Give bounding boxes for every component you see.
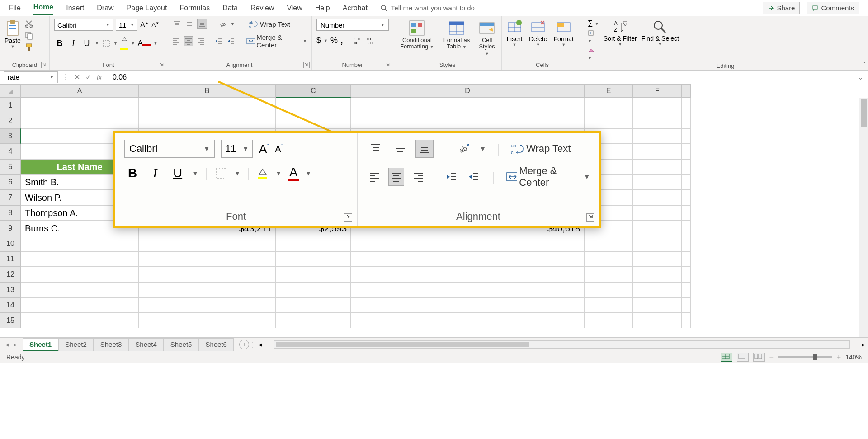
column-header-c[interactable]: C: [276, 84, 351, 98]
horizontal-scrollbar[interactable]: [274, 340, 850, 349]
number-format-combo[interactable]: Number▼: [316, 19, 389, 31]
callout-decrease-indent[interactable]: [444, 168, 459, 186]
tab-data[interactable]: Data: [222, 1, 238, 15]
cell[interactable]: [276, 282, 351, 297]
sort-filter-button[interactable]: AZ Sort & Filter▼: [604, 19, 637, 47]
cell-styles-button[interactable]: Cell Styles ▼: [477, 19, 497, 57]
zoom-slider[interactable]: [778, 356, 832, 358]
sheet-tab[interactable]: Sheet6: [198, 338, 234, 351]
page-layout-view-button[interactable]: [737, 353, 749, 362]
callout-align-top[interactable]: [367, 140, 385, 158]
row-header[interactable]: 1: [0, 98, 21, 113]
format-as-table-button[interactable]: Format as Table ▼: [443, 19, 471, 50]
bold-button[interactable]: B: [54, 39, 65, 48]
callout-font-size-combo[interactable]: 11▼: [221, 140, 253, 158]
percent-format-button[interactable]: %: [330, 36, 338, 45]
callout-font-dialog-launcher[interactable]: ⇲: [344, 213, 352, 222]
callout-orientation-dropdown[interactable]: ▼: [480, 145, 486, 152]
page-break-view-button[interactable]: [753, 353, 765, 362]
tab-help[interactable]: Help: [315, 1, 330, 15]
decrease-indent-button[interactable]: [214, 36, 224, 46]
callout-font-color-button[interactable]: A: [288, 165, 299, 181]
callout-bold-button[interactable]: B: [124, 166, 141, 180]
callout-increase-indent[interactable]: [466, 168, 481, 186]
cell[interactable]: [21, 98, 138, 113]
cell[interactable]: [584, 313, 633, 328]
callout-italic-button[interactable]: I: [147, 166, 163, 180]
callout-wrap-text[interactable]: abc Wrap Text: [511, 142, 571, 155]
tab-draw[interactable]: Draw: [97, 1, 113, 15]
callout-merge-center[interactable]: Merge & Center ▼: [506, 165, 590, 189]
callout-borders-button[interactable]: [214, 166, 228, 180]
number-dialog-launcher[interactable]: ⇲: [385, 62, 391, 68]
font-dialog-launcher[interactable]: ⇲: [159, 62, 165, 68]
cell[interactable]: [21, 251, 138, 267]
clipboard-dialog-launcher[interactable]: ⇲: [41, 62, 47, 68]
callout-align-bottom[interactable]: [415, 140, 434, 158]
row-header[interactable]: 8: [0, 205, 21, 221]
cell[interactable]: [21, 282, 138, 297]
fill-color-button[interactable]: [120, 35, 128, 52]
conditional-formatting-button[interactable]: Conditional Formatting ▼: [398, 19, 436, 50]
column-header-b[interactable]: B: [138, 84, 276, 98]
decrease-decimal-button[interactable]: .00→.0: [366, 37, 376, 45]
callout-align-right[interactable]: [410, 168, 426, 186]
hscroll-left[interactable]: ◂: [256, 340, 265, 349]
tab-view[interactable]: View: [287, 1, 302, 15]
callout-fontcolor-dropdown[interactable]: ▼: [305, 170, 311, 177]
paste-button[interactable]: Paste ▼: [5, 19, 21, 49]
zoom-out-button[interactable]: −: [769, 353, 774, 361]
tab-review[interactable]: Review: [250, 1, 274, 15]
cell[interactable]: [138, 113, 276, 128]
zoom-in-button[interactable]: +: [837, 353, 841, 361]
column-header-d[interactable]: D: [351, 84, 584, 98]
cell[interactable]: [276, 98, 351, 113]
accounting-dropdown[interactable]: ▼: [324, 38, 328, 43]
tab-file[interactable]: File: [9, 1, 21, 15]
insert-cells-button[interactable]: + Insert▼: [506, 19, 523, 47]
cell[interactable]: [351, 267, 584, 282]
increase-indent-button[interactable]: [226, 36, 236, 46]
align-center-button[interactable]: [184, 36, 193, 46]
cell[interactable]: [633, 128, 682, 144]
normal-view-button[interactable]: [721, 353, 732, 362]
align-top-button[interactable]: [172, 19, 182, 29]
cell[interactable]: [276, 236, 351, 251]
row-header[interactable]: 10: [0, 236, 21, 251]
scroll-thumb[interactable]: [861, 99, 867, 127]
zoom-level[interactable]: 140%: [845, 354, 862, 361]
increase-decimal-button[interactable]: ←.0.00: [353, 37, 363, 45]
callout-increase-font[interactable]: Aˆ: [259, 142, 269, 156]
callout-orientation[interactable]: ab: [455, 140, 473, 158]
column-header-a[interactable]: A: [21, 84, 138, 98]
cell[interactable]: [584, 251, 633, 267]
row-header[interactable]: 15: [0, 313, 21, 328]
align-right-button[interactable]: [196, 36, 206, 46]
row-header[interactable]: 5: [0, 159, 21, 175]
cell[interactable]: [351, 297, 584, 313]
align-bottom-button[interactable]: [197, 19, 207, 29]
cell[interactable]: [138, 297, 276, 313]
formula-input[interactable]: [107, 73, 853, 81]
cell[interactable]: [633, 113, 682, 128]
cell[interactable]: [633, 205, 682, 221]
row-header[interactable]: 3: [0, 128, 21, 144]
row-header[interactable]: 2: [0, 113, 21, 128]
cell[interactable]: [21, 113, 138, 128]
cell[interactable]: [633, 221, 682, 236]
callout-fill-dropdown[interactable]: ▼: [275, 170, 282, 177]
cell[interactable]: [584, 267, 633, 282]
cell[interactable]: [21, 236, 138, 251]
cell[interactable]: [276, 313, 351, 328]
tab-home[interactable]: Home: [33, 0, 53, 15]
cell[interactable]: [138, 98, 276, 113]
sheet-tab[interactable]: Sheet4: [128, 338, 164, 351]
align-left-button[interactable]: [172, 36, 181, 46]
font-color-dropdown[interactable]: ▼: [153, 41, 157, 46]
vertical-scrollbar[interactable]: [859, 98, 868, 337]
tab-insert[interactable]: Insert: [66, 1, 84, 15]
orientation-button[interactable]: ab: [218, 19, 228, 29]
callout-align-center[interactable]: [388, 168, 404, 186]
align-middle-button[interactable]: [184, 19, 194, 29]
row-header[interactable]: 13: [0, 282, 21, 297]
